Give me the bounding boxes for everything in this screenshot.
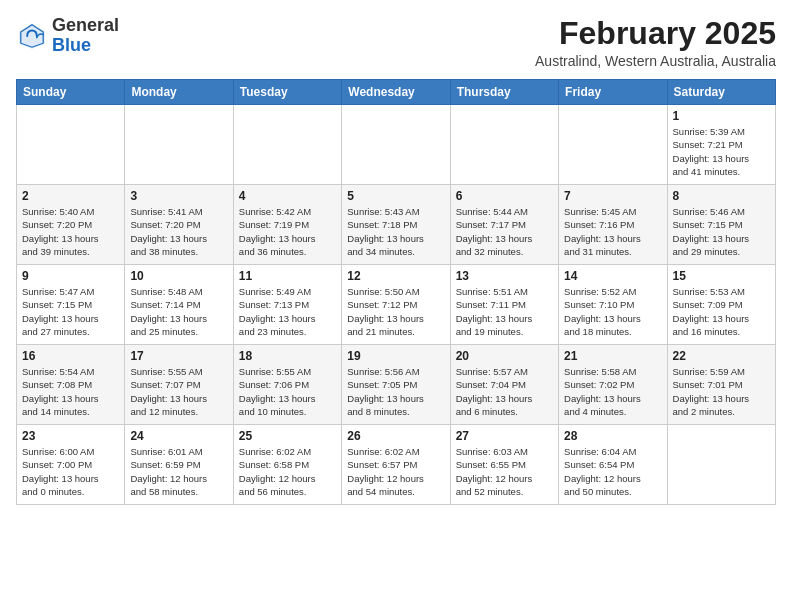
weekday-header-thursday: Thursday <box>450 80 558 105</box>
day-cell <box>559 105 667 185</box>
day-info: Sunrise: 6:02 AM Sunset: 6:58 PM Dayligh… <box>239 445 336 498</box>
week-row-1: 1Sunrise: 5:39 AM Sunset: 7:21 PM Daylig… <box>17 105 776 185</box>
weekday-header-saturday: Saturday <box>667 80 775 105</box>
page: General Blue February 2025 Australind, W… <box>0 0 792 513</box>
day-cell: 22Sunrise: 5:59 AM Sunset: 7:01 PM Dayli… <box>667 345 775 425</box>
week-row-4: 16Sunrise: 5:54 AM Sunset: 7:08 PM Dayli… <box>17 345 776 425</box>
day-info: Sunrise: 5:52 AM Sunset: 7:10 PM Dayligh… <box>564 285 661 338</box>
day-cell <box>342 105 450 185</box>
day-number: 2 <box>22 189 119 203</box>
day-info: Sunrise: 6:01 AM Sunset: 6:59 PM Dayligh… <box>130 445 227 498</box>
day-number: 13 <box>456 269 553 283</box>
day-cell: 5Sunrise: 5:43 AM Sunset: 7:18 PM Daylig… <box>342 185 450 265</box>
logo-blue: Blue <box>52 36 119 56</box>
day-info: Sunrise: 5:50 AM Sunset: 7:12 PM Dayligh… <box>347 285 444 338</box>
day-info: Sunrise: 6:03 AM Sunset: 6:55 PM Dayligh… <box>456 445 553 498</box>
week-row-5: 23Sunrise: 6:00 AM Sunset: 7:00 PM Dayli… <box>17 425 776 505</box>
day-cell: 24Sunrise: 6:01 AM Sunset: 6:59 PM Dayli… <box>125 425 233 505</box>
day-number: 4 <box>239 189 336 203</box>
day-info: Sunrise: 5:51 AM Sunset: 7:11 PM Dayligh… <box>456 285 553 338</box>
day-number: 28 <box>564 429 661 443</box>
day-number: 18 <box>239 349 336 363</box>
day-info: Sunrise: 5:45 AM Sunset: 7:16 PM Dayligh… <box>564 205 661 258</box>
day-number: 11 <box>239 269 336 283</box>
day-cell <box>667 425 775 505</box>
day-number: 10 <box>130 269 227 283</box>
day-info: Sunrise: 5:44 AM Sunset: 7:17 PM Dayligh… <box>456 205 553 258</box>
day-info: Sunrise: 5:41 AM Sunset: 7:20 PM Dayligh… <box>130 205 227 258</box>
day-info: Sunrise: 5:48 AM Sunset: 7:14 PM Dayligh… <box>130 285 227 338</box>
month-title: February 2025 <box>535 16 776 51</box>
day-info: Sunrise: 5:46 AM Sunset: 7:15 PM Dayligh… <box>673 205 770 258</box>
day-number: 23 <box>22 429 119 443</box>
weekday-header-row: SundayMondayTuesdayWednesdayThursdayFrid… <box>17 80 776 105</box>
day-cell: 20Sunrise: 5:57 AM Sunset: 7:04 PM Dayli… <box>450 345 558 425</box>
day-cell: 6Sunrise: 5:44 AM Sunset: 7:17 PM Daylig… <box>450 185 558 265</box>
day-number: 27 <box>456 429 553 443</box>
day-number: 14 <box>564 269 661 283</box>
weekday-header-tuesday: Tuesday <box>233 80 341 105</box>
day-cell: 28Sunrise: 6:04 AM Sunset: 6:54 PM Dayli… <box>559 425 667 505</box>
day-number: 1 <box>673 109 770 123</box>
day-number: 17 <box>130 349 227 363</box>
day-cell: 9Sunrise: 5:47 AM Sunset: 7:15 PM Daylig… <box>17 265 125 345</box>
day-info: Sunrise: 5:39 AM Sunset: 7:21 PM Dayligh… <box>673 125 770 178</box>
day-info: Sunrise: 6:04 AM Sunset: 6:54 PM Dayligh… <box>564 445 661 498</box>
day-cell: 2Sunrise: 5:40 AM Sunset: 7:20 PM Daylig… <box>17 185 125 265</box>
day-info: Sunrise: 5:56 AM Sunset: 7:05 PM Dayligh… <box>347 365 444 418</box>
day-cell: 12Sunrise: 5:50 AM Sunset: 7:12 PM Dayli… <box>342 265 450 345</box>
day-number: 26 <box>347 429 444 443</box>
day-info: Sunrise: 5:55 AM Sunset: 7:07 PM Dayligh… <box>130 365 227 418</box>
day-cell: 8Sunrise: 5:46 AM Sunset: 7:15 PM Daylig… <box>667 185 775 265</box>
day-cell: 19Sunrise: 5:56 AM Sunset: 7:05 PM Dayli… <box>342 345 450 425</box>
day-cell: 21Sunrise: 5:58 AM Sunset: 7:02 PM Dayli… <box>559 345 667 425</box>
day-cell: 15Sunrise: 5:53 AM Sunset: 7:09 PM Dayli… <box>667 265 775 345</box>
day-number: 20 <box>456 349 553 363</box>
logo-icon <box>16 20 48 52</box>
day-number: 5 <box>347 189 444 203</box>
location: Australind, Western Australia, Australia <box>535 53 776 69</box>
day-cell: 7Sunrise: 5:45 AM Sunset: 7:16 PM Daylig… <box>559 185 667 265</box>
calendar: SundayMondayTuesdayWednesdayThursdayFrid… <box>16 79 776 505</box>
day-cell: 11Sunrise: 5:49 AM Sunset: 7:13 PM Dayli… <box>233 265 341 345</box>
day-info: Sunrise: 5:55 AM Sunset: 7:06 PM Dayligh… <box>239 365 336 418</box>
day-cell: 23Sunrise: 6:00 AM Sunset: 7:00 PM Dayli… <box>17 425 125 505</box>
day-number: 8 <box>673 189 770 203</box>
day-info: Sunrise: 5:58 AM Sunset: 7:02 PM Dayligh… <box>564 365 661 418</box>
week-row-3: 9Sunrise: 5:47 AM Sunset: 7:15 PM Daylig… <box>17 265 776 345</box>
day-cell <box>17 105 125 185</box>
day-cell: 26Sunrise: 6:02 AM Sunset: 6:57 PM Dayli… <box>342 425 450 505</box>
day-cell: 3Sunrise: 5:41 AM Sunset: 7:20 PM Daylig… <box>125 185 233 265</box>
day-info: Sunrise: 6:02 AM Sunset: 6:57 PM Dayligh… <box>347 445 444 498</box>
day-info: Sunrise: 5:59 AM Sunset: 7:01 PM Dayligh… <box>673 365 770 418</box>
weekday-header-monday: Monday <box>125 80 233 105</box>
day-number: 19 <box>347 349 444 363</box>
day-number: 9 <box>22 269 119 283</box>
day-number: 6 <box>456 189 553 203</box>
weekday-header-sunday: Sunday <box>17 80 125 105</box>
day-cell: 1Sunrise: 5:39 AM Sunset: 7:21 PM Daylig… <box>667 105 775 185</box>
day-cell: 10Sunrise: 5:48 AM Sunset: 7:14 PM Dayli… <box>125 265 233 345</box>
day-cell: 16Sunrise: 5:54 AM Sunset: 7:08 PM Dayli… <box>17 345 125 425</box>
day-cell: 17Sunrise: 5:55 AM Sunset: 7:07 PM Dayli… <box>125 345 233 425</box>
day-cell: 4Sunrise: 5:42 AM Sunset: 7:19 PM Daylig… <box>233 185 341 265</box>
day-number: 22 <box>673 349 770 363</box>
day-cell <box>125 105 233 185</box>
title-block: February 2025 Australind, Western Austra… <box>535 16 776 69</box>
day-number: 15 <box>673 269 770 283</box>
day-number: 24 <box>130 429 227 443</box>
day-number: 12 <box>347 269 444 283</box>
day-number: 21 <box>564 349 661 363</box>
logo: General Blue <box>16 16 119 56</box>
day-cell: 18Sunrise: 5:55 AM Sunset: 7:06 PM Dayli… <box>233 345 341 425</box>
day-cell: 13Sunrise: 5:51 AM Sunset: 7:11 PM Dayli… <box>450 265 558 345</box>
day-info: Sunrise: 5:42 AM Sunset: 7:19 PM Dayligh… <box>239 205 336 258</box>
day-info: Sunrise: 5:43 AM Sunset: 7:18 PM Dayligh… <box>347 205 444 258</box>
day-info: Sunrise: 5:47 AM Sunset: 7:15 PM Dayligh… <box>22 285 119 338</box>
day-cell <box>450 105 558 185</box>
header: General Blue February 2025 Australind, W… <box>16 16 776 69</box>
svg-marker-0 <box>19 23 45 49</box>
logo-general: General <box>52 16 119 36</box>
day-info: Sunrise: 5:40 AM Sunset: 7:20 PM Dayligh… <box>22 205 119 258</box>
day-number: 3 <box>130 189 227 203</box>
